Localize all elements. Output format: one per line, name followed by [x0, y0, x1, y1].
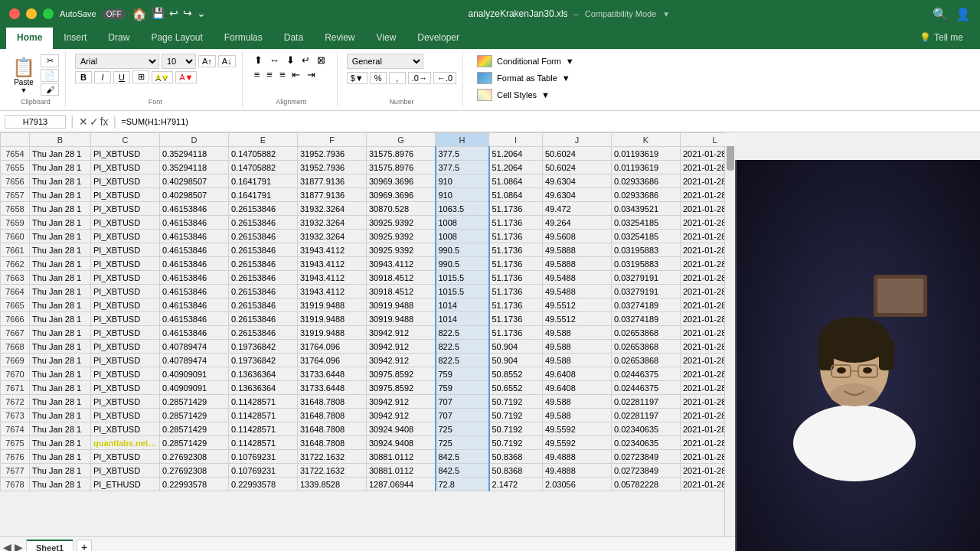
cell-k[interactable]: 0.02281197	[612, 409, 681, 422]
tab-page-layout[interactable]: Page Layout	[140, 28, 213, 49]
cell-e[interactable]: 0.26153846	[229, 257, 298, 271]
row-number-cell[interactable]: 7663	[1, 271, 30, 285]
cell-e[interactable]: 0.11428571	[229, 395, 298, 409]
cell-e[interactable]: 0.11428571	[229, 422, 298, 436]
cell-e[interactable]: 0.11428571	[229, 409, 298, 422]
row-number-cell[interactable]: 7664	[1, 285, 30, 298]
cell-c[interactable]: PI_XBTUSD	[91, 464, 160, 478]
cell-f[interactable]: 31733.6448	[298, 367, 367, 381]
tab-developer[interactable]: Developer	[407, 28, 470, 49]
row-number-cell[interactable]: 7677	[1, 464, 30, 478]
decrease-decimal-button[interactable]: ←.0	[433, 72, 456, 84]
cell-b[interactable]: Thu Jan 28 1	[30, 436, 91, 450]
table-row[interactable]: 7654Thu Jan 28 1PI_XBTUSD0.352941180.147…	[1, 147, 736, 161]
col-header-d[interactable]: D	[160, 133, 229, 147]
cell-k[interactable]: 0.02723849	[612, 450, 681, 464]
cell-j[interactable]: 49.4888	[543, 464, 612, 478]
cell-i[interactable]: 51.2064	[489, 147, 543, 161]
cell-d[interactable]: 0.46153846	[160, 257, 229, 271]
table-row[interactable]: 7675Thu Jan 28 1quantlabs.net/dvd0.28571…	[1, 436, 736, 450]
cell-g[interactable]: 30881.0112	[367, 464, 436, 478]
row-number-cell[interactable]: 7669	[1, 354, 30, 367]
table-row[interactable]: 7666Thu Jan 28 1PI_XBTUSD0.461538460.261…	[1, 312, 736, 326]
cell-b[interactable]: Thu Jan 28 1	[30, 230, 91, 243]
cell-e[interactable]: 0.14705882	[229, 147, 298, 161]
cell-c[interactable]: PI_XBTUSD	[91, 450, 160, 464]
table-row[interactable]: 7665Thu Jan 28 1PI_XBTUSD0.461538460.261…	[1, 298, 736, 312]
cell-e[interactable]: 0.26153846	[229, 312, 298, 326]
cell-d[interactable]: 0.46153846	[160, 298, 229, 312]
cell-f[interactable]: 31722.1632	[298, 450, 367, 464]
cell-reference-input[interactable]	[5, 115, 66, 129]
table-row[interactable]: 7667Thu Jan 28 1PI_XBTUSD0.461538460.261…	[1, 326, 736, 340]
cell-k[interactable]: 0.02340635	[612, 422, 681, 436]
merge-button[interactable]: ⊠	[315, 54, 328, 67]
row-number-cell[interactable]: 7666	[1, 312, 30, 326]
cell-k[interactable]: 0.03439521	[612, 202, 681, 216]
cell-e[interactable]: 0.13636364	[229, 381, 298, 395]
cell-f[interactable]: 31919.9488	[298, 312, 367, 326]
col-header-e[interactable]: E	[229, 133, 298, 147]
cell-g[interactable]: 30942.912	[367, 354, 436, 367]
vertical-scrollbar[interactable]	[724, 132, 735, 536]
cell-f[interactable]: 31943.4112	[298, 285, 367, 298]
cell-g[interactable]: 30924.9408	[367, 436, 436, 450]
cell-i[interactable]: 50.8552	[489, 367, 543, 381]
col-header-f[interactable]: F	[298, 133, 367, 147]
cell-i[interactable]: 50.7192	[489, 395, 543, 409]
cell-e[interactable]: 0.13636364	[229, 367, 298, 381]
cell-c[interactable]: PI_XBTUSD	[91, 326, 160, 340]
tab-insert[interactable]: Insert	[53, 28, 97, 49]
cell-k[interactable]: 0.05782228	[612, 478, 681, 491]
cell-b[interactable]: Thu Jan 28 1	[30, 409, 91, 422]
col-header-b[interactable]: B	[30, 133, 91, 147]
cell-e[interactable]: 0.26153846	[229, 271, 298, 285]
cell-k[interactable]: 0.02933686	[612, 188, 681, 202]
cell-b[interactable]: Thu Jan 28 1	[30, 326, 91, 340]
cell-j[interactable]: 49.588	[543, 395, 612, 409]
cell-g[interactable]: 31575.8976	[367, 147, 436, 161]
cell-i[interactable]: 51.1736	[489, 230, 543, 243]
col-header-l[interactable]: L	[681, 133, 736, 147]
col-header-c[interactable]: C	[91, 133, 160, 147]
cell-d[interactable]: 0.35294118	[160, 161, 229, 174]
cell-i[interactable]: 51.2064	[489, 161, 543, 174]
table-row[interactable]: 7659Thu Jan 28 1PI_XBTUSD0.461538460.261…	[1, 216, 736, 230]
col-header-k[interactable]: K	[612, 133, 681, 147]
cell-j[interactable]: 49.588	[543, 326, 612, 340]
row-number-cell[interactable]: 7657	[1, 188, 30, 202]
cell-h[interactable]: 1008	[436, 216, 489, 230]
copy-button[interactable]: 📄	[41, 69, 59, 82]
table-row[interactable]: 7670Thu Jan 28 1PI_XBTUSD0.409090910.136…	[1, 367, 736, 381]
row-number-cell[interactable]: 7671	[1, 381, 30, 395]
align-middle-button[interactable]: ↔	[267, 54, 282, 67]
cell-d[interactable]: 0.40789474	[160, 354, 229, 367]
row-number-cell[interactable]: 7673	[1, 409, 30, 422]
cell-i[interactable]: 50.904	[489, 354, 543, 367]
cell-j[interactable]: 49.4888	[543, 450, 612, 464]
cell-g[interactable]: 30969.3696	[367, 188, 436, 202]
cell-g[interactable]: 30942.912	[367, 326, 436, 340]
cell-k[interactable]: 0.01193619	[612, 161, 681, 174]
row-number-cell[interactable]: 7667	[1, 326, 30, 340]
cell-j[interactable]: 49.5488	[543, 285, 612, 298]
cell-h[interactable]: 707	[436, 409, 489, 422]
table-row[interactable]: 7668Thu Jan 28 1PI_XBTUSD0.407894740.197…	[1, 340, 736, 354]
cell-k[interactable]: 0.03195883	[612, 243, 681, 257]
cell-f[interactable]: 31919.9488	[298, 326, 367, 340]
cell-j[interactable]: 50.6024	[543, 161, 612, 174]
cell-h[interactable]: 759	[436, 367, 489, 381]
cell-i[interactable]: 51.1736	[489, 257, 543, 271]
row-number-cell[interactable]: 7658	[1, 202, 30, 216]
bold-button[interactable]: B	[75, 71, 92, 83]
cell-e[interactable]: 0.22993578	[229, 478, 298, 491]
cell-f[interactable]: 31648.7808	[298, 409, 367, 422]
cell-f[interactable]: 31877.9136	[298, 188, 367, 202]
cell-k[interactable]: 0.02281197	[612, 395, 681, 409]
cell-d[interactable]: 0.46153846	[160, 326, 229, 340]
cell-d[interactable]: 0.28571429	[160, 409, 229, 422]
cell-h[interactable]: 1015.5	[436, 285, 489, 298]
cell-i[interactable]: 50.8368	[489, 464, 543, 478]
row-number-cell[interactable]: 7655	[1, 161, 30, 174]
row-number-cell[interactable]: 7675	[1, 436, 30, 450]
